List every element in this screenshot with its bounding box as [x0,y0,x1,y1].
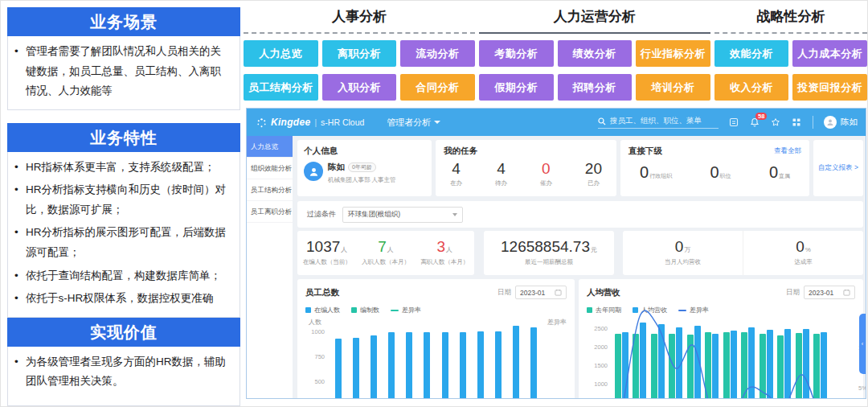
stat-unit: 人 [387,246,394,253]
topbar-divider [813,116,813,129]
matrix-button-training-analysis[interactable]: 培训分析 [636,74,710,101]
section-title-value: 实现价值 [7,318,240,347]
task-label: 在办 [450,179,462,187]
legend-label: 差异率 [402,306,421,314]
task-label: 已办 [585,179,602,187]
matrix-button-recruiting-analysis[interactable]: 招聘分析 [558,74,633,101]
matrix-button-efficiency-analysis[interactable]: 效能分析 [714,40,789,67]
chart1-title: 员工总数 [305,287,339,298]
chevron-down-icon [434,121,440,124]
sidebar-item-staff-structure-analysis[interactable]: 员工结构分析 [247,179,293,201]
task-value: 4 [450,160,462,178]
user-menu[interactable]: 陈如 [824,116,858,129]
bullet-text: 管理者需要了解团队情况和人员相关的关键数据，如员工总量、员工结构、入离职情况、人… [26,42,231,101]
chevron-down-icon [452,213,457,216]
chart-bar [353,338,359,399]
matrix-button-attendance-analysis[interactable]: 考勤分析 [479,40,554,67]
bullet-text: 依托于s-HR权限体系，数据控权更准确 [26,289,213,309]
filter-label: 过滤条件 [307,209,336,220]
bullet-text: HR指标体系更丰富，支持系统级配置； [26,158,215,178]
task-stat-todo[interactable]: 4 待办 [495,160,507,187]
task-stat-urged[interactable]: 0 催办 [540,160,552,187]
subordinate-stat-admin-orgs: 0行政组织 [640,163,672,182]
section-title-business-features: 业务特性 [7,123,240,152]
nav-manager-analysis[interactable]: 管理者分析 [387,117,440,129]
brand-name: Kingdee [271,117,310,128]
matrix-button-roi-analysis[interactable]: 投资回报分析 [792,74,867,101]
chart2-date-picker[interactable]: 2023-01 [804,286,855,299]
legend-label: 去年同期 [596,306,621,314]
stat-unit: 人 [446,246,452,253]
stat-unit: % [805,246,811,253]
diff-rate-line [587,319,855,399]
calendar-icon [555,289,562,296]
direct-reports-card: 直接下级 查看全部 0行政组织 0职位 0直属 [620,140,809,196]
subordinate-value: 0 [710,163,719,181]
task-value: 0 [540,160,552,178]
sidebar-item-manpower-overview[interactable]: 人力总览 [247,136,293,158]
revenue-stats-card: 0万 当月人均营收 0% 达成率 [623,231,863,275]
chart2-plot: 2500 2000 1500 1000 10% 5% [587,319,855,399]
subordinate-unit: 行政组织 [649,173,672,179]
sidebar-item-staff-resignation-analysis[interactable]: 员工离职分析 [247,201,293,223]
date-value: 2023-01 [520,289,545,297]
matrix-button-resignation-analysis[interactable]: 离职分析 [322,40,397,67]
section-body-value: • 为各级管理者呈现多方面的HR数据，辅助团队管理相关决策。 [7,347,240,406]
task-stat-inprogress[interactable]: 4 在办 [450,160,462,187]
bullet-dot: • [14,266,26,286]
task-label: 催办 [540,179,552,187]
legend-swatch [633,307,638,313]
stat-value: 12658854.73 [501,238,590,255]
matrix-button-staff-structure-analysis[interactable]: 员工结构分析 [244,74,318,101]
matrix-grid: 人力总览 离职分析 流动分析 考勤分析 绩效分析 行业指标分析 效能分析 人力成… [244,40,867,101]
payroll-total-card: 12658854.73元 最近一期薪酬总额 [484,231,614,275]
headcount-stats-card: 1037人 在编人数（当前） 7人 入职人数（本月） 3人 离职人数（本月） [297,231,474,275]
stat-unit: 万 [684,246,690,253]
matrix-button-performance-analysis[interactable]: 绩效分析 [558,40,633,67]
chart-bar [388,332,395,399]
section-body-business-scenario: • 管理者需要了解团队情况和人员相关的关键数据，如员工总量、员工结构、入离职情况… [7,36,240,110]
org-filter-select[interactable]: 环球集团(根组织) [342,207,463,223]
subordinate-stat-positions: 0职位 [710,163,731,182]
custom-report-link[interactable]: 自定义报表 > [818,163,858,173]
group-title-hr-operation-analysis: 人力运营分析 [479,7,710,34]
matrix-button-vacation-analysis[interactable]: 假期分析 [479,74,554,101]
subordinate-stat-direct: 0直属 [769,163,790,182]
dashboard-sidebar: 人力总览 组织效能分析 员工结构分析 员工离职分析 [247,136,293,398]
profile-org: 机械集团人事部 人事主管 [328,176,396,184]
collapse-panel-tab[interactable]: ‹ [859,314,866,374]
matrix-button-onboarding-analysis[interactable]: 入职分析 [322,74,397,101]
chart1-legend: 在编人数 编制数 差异率 [305,306,567,314]
revenue-per-capita-chart-card: 人均营收 日期 2023-01 去年同期 人均营收 差异率 2500 [579,279,863,399]
legend-swatch [305,307,311,313]
profile-name: 陈如 [328,162,345,173]
matrix-button-mobility-analysis[interactable]: 流动分析 [400,40,475,67]
slide: 业务场景 • 管理者需要了解团队情况和人员相关的关键数据，如员工总量、员工结构、… [0,0,868,407]
tasks-icon[interactable] [729,117,739,128]
y2-tick: 5% [858,384,866,392]
notifications-bell-icon[interactable]: 58 [750,117,760,128]
global-search-input[interactable]: 搜员工、组织、职位、菜单 [598,116,719,129]
chart-bar [442,332,448,399]
legend-label: 差异率 [690,306,709,314]
chart1-date-picker[interactable]: 2023-01 [515,286,567,299]
task-stat-done[interactable]: 20 已办 [585,160,602,187]
matrix-button-industry-indicator-analysis[interactable]: 行业指标分析 [636,40,710,67]
view-all-link[interactable]: 查看全部 [774,146,801,156]
my-tasks-card: 我的任务 4 在办 4 待办 0 催办 20 [436,140,616,196]
task-label: 待办 [495,179,507,187]
avatar [824,116,837,129]
apps-grid-icon[interactable] [792,117,802,128]
search-icon [598,117,606,125]
favorites-star-icon[interactable] [771,117,781,128]
brand: Kingdee | s-HR Cloud [256,117,364,128]
legend-line-swatch [391,310,399,311]
subordinate-unit: 职位 [720,173,731,179]
matrix-button-manpower-overview[interactable]: 人力总览 [244,40,318,67]
matrix-button-income-analysis[interactable]: 收入分析 [714,74,789,101]
sidebar-item-org-efficiency-analysis[interactable]: 组织效能分析 [247,158,293,179]
matrix-button-labor-cost-analysis[interactable]: 人力成本分析 [792,40,867,67]
stat-value: 0 [675,238,684,255]
stat-label: 在编人数（当前） [297,258,356,266]
matrix-button-contract-analysis[interactable]: 合同分析 [400,74,475,101]
